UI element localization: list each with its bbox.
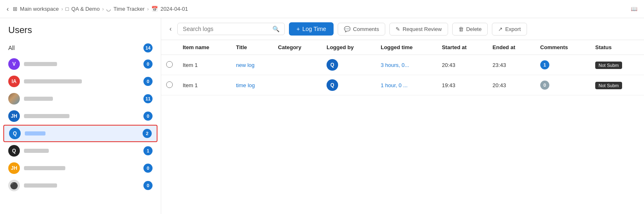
all-label: All: [8, 45, 15, 51]
request-review-label: Request Review: [403, 26, 442, 32]
table-row: Item 1 new log Q 3 hours, 0... 20:43 23:…: [161, 55, 644, 75]
logged-by-avatar: Q: [327, 59, 338, 71]
row-logged-time: 1 hour, 0 ...: [376, 75, 437, 95]
col-category: Category: [273, 40, 322, 55]
row-item-name: Item 1: [178, 55, 231, 75]
logged-by-avatar: Q: [327, 79, 338, 91]
comments-label: Comments: [353, 26, 379, 32]
row-logged-by: Q: [322, 55, 376, 75]
breadcrumb-sep-3: ›: [147, 6, 149, 12]
row-title: new log: [231, 55, 273, 75]
request-review-button[interactable]: ✎ Request Review: [389, 23, 448, 36]
row-status: Not Subm: [590, 55, 644, 75]
export-icon: ↗: [498, 26, 503, 32]
breadcrumb-date[interactable]: 2024-04-01: [160, 6, 188, 12]
avatar: V: [8, 58, 20, 70]
title-link[interactable]: time log: [236, 82, 255, 88]
breadcrumb-time-tracker[interactable]: Time Tracker: [113, 6, 144, 12]
user-name: [25, 130, 138, 137]
breadcrumb-sep-2: ›: [102, 6, 104, 12]
col-logged-time: Logged time: [376, 40, 437, 55]
avatar: JH: [8, 110, 20, 122]
avatar: Q: [8, 145, 20, 157]
sidebar-item-user-0[interactable]: V 0: [0, 55, 161, 73]
back-button[interactable]: ‹: [7, 5, 9, 13]
sidebar-item-user-2[interactable]: 11: [0, 90, 161, 107]
row-select-radio[interactable]: [166, 81, 173, 88]
row-started-at: 20:43: [437, 55, 488, 75]
row-logged-by: Q: [322, 75, 376, 95]
count-badge: 1: [143, 146, 153, 155]
book-icon[interactable]: 📖: [631, 6, 637, 12]
comments-badge: 1: [540, 60, 549, 69]
sidebar-item-user-7[interactable]: ⚫ 0: [0, 177, 161, 194]
sidebar-item-user-3[interactable]: JH 0: [0, 107, 161, 125]
checkbox-col-header: [161, 40, 178, 55]
log-time-button[interactable]: + Log Time: [289, 22, 334, 36]
sidebar-item-user-4-selected[interactable]: Q 2: [3, 125, 157, 142]
trash-icon: 🗑: [458, 26, 464, 32]
row-item-name: Item 1: [178, 75, 231, 95]
avatar-person: ⚫: [8, 180, 20, 191]
status-badge: Not Subm: [595, 82, 622, 89]
col-ended-at: Ended at: [488, 40, 535, 55]
col-title: Title: [231, 40, 273, 55]
breadcrumb-qa-demo[interactable]: QA & Demo: [71, 6, 100, 12]
search-icon: 🔍: [272, 26, 279, 32]
main-layout: Users All 14 V 0 IA 0: [0, 18, 644, 214]
sidebar-item-user-6[interactable]: JH 0: [0, 159, 161, 177]
delete-button[interactable]: 🗑 Delete: [452, 23, 488, 36]
count-badge: 2: [143, 129, 152, 138]
breadcrumb-sep-1: ›: [61, 6, 63, 12]
row-category: [273, 55, 322, 75]
delete-label: Delete: [466, 26, 482, 32]
search-box: 🔍: [177, 23, 285, 35]
avatar: Q: [9, 128, 21, 139]
row-logged-time: 3 hours, 0...: [376, 55, 437, 75]
row-started-at: 19:43: [437, 75, 488, 95]
edit-icon: ✎: [396, 26, 400, 32]
count-badge: 0: [143, 59, 153, 69]
avatar: IA: [8, 76, 20, 87]
breadcrumb-main-workspace[interactable]: Main workspace: [20, 6, 59, 12]
row-comments: 0: [535, 75, 590, 95]
sidebar-item-user-1[interactable]: IA 0: [0, 73, 161, 90]
user-name: [24, 182, 139, 189]
grid-icon: ⊞: [13, 6, 17, 12]
row-category: [273, 75, 322, 95]
count-badge: 0: [143, 181, 153, 190]
count-badge: 0: [143, 77, 153, 86]
search-input[interactable]: [183, 26, 270, 32]
user-name: [24, 95, 139, 102]
table-header-row: Item name Title Category Logged by Logge…: [161, 40, 644, 55]
user-name: [24, 78, 139, 85]
row-select-radio[interactable]: [166, 61, 173, 68]
title-link[interactable]: new log: [236, 62, 255, 68]
sidebar-item-user-5[interactable]: Q 1: [0, 142, 161, 159]
sidebar-item-all[interactable]: All 14: [0, 40, 161, 55]
toolbar: ‹ 🔍 + Log Time 💬 Comments ✎ Request Revi…: [161, 18, 644, 40]
avatar: JH: [8, 162, 20, 174]
breadcrumb-bar: ‹ ⊞ Main workspace › □ QA & Demo › ◡ Tim…: [0, 0, 644, 18]
table-row: Item 1 time log Q 1 hour, 0 ... 19:43 20…: [161, 75, 644, 95]
sidebar-title: Users: [0, 25, 161, 40]
user-name: [24, 113, 139, 119]
calendar-icon: 📅: [151, 6, 158, 12]
content-area: ‹ 🔍 + Log Time 💬 Comments ✎ Request Revi…: [161, 18, 644, 214]
count-badge: 11: [143, 94, 153, 103]
count-badge: 0: [143, 112, 153, 121]
clock-icon: ◡: [106, 6, 111, 12]
col-logged-by: Logged by: [322, 40, 376, 55]
comments-icon: 💬: [344, 26, 351, 32]
col-status: Status: [590, 40, 644, 55]
row-ended-at: 20:43: [488, 75, 535, 95]
export-button[interactable]: ↗ Export: [492, 23, 527, 36]
nav-back-button[interactable]: ‹: [168, 24, 173, 34]
user-name: [24, 61, 139, 67]
avatar: [8, 93, 20, 105]
row-status: Not Subm: [590, 75, 644, 95]
comments-button[interactable]: 💬 Comments: [338, 23, 385, 36]
page-icon: □: [66, 6, 69, 12]
row-checkbox-cell: [161, 55, 178, 75]
col-started-at: Started at: [437, 40, 488, 55]
